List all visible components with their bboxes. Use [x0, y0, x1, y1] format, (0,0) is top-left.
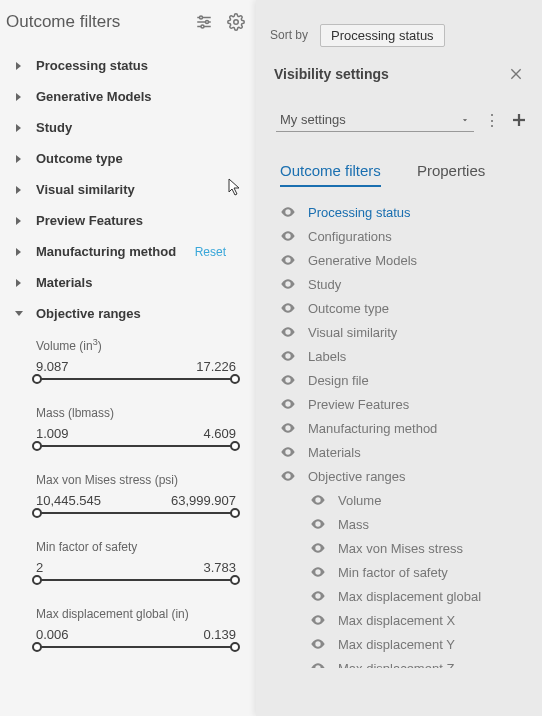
eye-icon[interactable]	[276, 420, 300, 436]
eye-icon[interactable]	[276, 300, 300, 316]
visibility-item[interactable]: Design file	[268, 368, 542, 392]
svg-point-26	[317, 571, 320, 574]
svg-point-28	[317, 619, 320, 622]
range-block: Min factor of safety23.783	[6, 532, 256, 581]
visibility-item[interactable]: Generative Models	[268, 248, 542, 272]
visibility-item[interactable]: Mass	[268, 512, 542, 536]
chevron-right-icon	[12, 185, 26, 195]
eye-icon[interactable]	[306, 516, 330, 532]
eye-icon[interactable]	[276, 372, 300, 388]
visibility-item[interactable]: Visual similarity	[268, 320, 542, 344]
eye-icon[interactable]	[306, 588, 330, 604]
filter-item-label: Preview Features	[36, 213, 143, 228]
visibility-item[interactable]: Max displacement X	[268, 608, 542, 632]
visibility-item-label: Max von Mises stress	[338, 541, 463, 556]
visibility-item[interactable]: Materials	[268, 440, 542, 464]
range-values: 23.783	[36, 560, 236, 579]
sliders-icon[interactable]	[194, 12, 214, 32]
sort-by-label: Sort by	[270, 28, 308, 42]
range-slider[interactable]	[36, 445, 236, 447]
filter-item[interactable]: Generative Models	[6, 81, 256, 112]
svg-point-22	[287, 475, 290, 478]
svg-point-12	[287, 235, 290, 238]
eye-icon[interactable]	[276, 348, 300, 364]
range-slider[interactable]	[36, 579, 236, 581]
range-min: 1.009	[36, 426, 69, 441]
range-slider[interactable]	[36, 378, 236, 380]
range-slider[interactable]	[36, 512, 236, 514]
filter-item[interactable]: Processing status	[6, 50, 256, 81]
visibility-header: Visibility settings	[256, 56, 542, 92]
svg-point-6	[234, 20, 239, 25]
visibility-item[interactable]: Max displacement Y	[268, 632, 542, 656]
visibility-item-label: Volume	[338, 493, 381, 508]
gear-icon[interactable]	[226, 12, 246, 32]
visibility-list[interactable]: Processing statusConfigurationsGenerativ…	[256, 188, 542, 668]
tabs: Outcome filters Properties	[256, 142, 542, 188]
visibility-item[interactable]: Processing status	[268, 200, 542, 224]
visibility-item[interactable]: Objective ranges	[268, 464, 542, 488]
sort-by-select[interactable]: Processing status	[320, 24, 445, 47]
panel-title: Outcome filters	[6, 12, 120, 32]
eye-icon[interactable]	[306, 540, 330, 556]
settings-dropdown[interactable]: My settings	[276, 108, 474, 132]
svg-point-27	[317, 595, 320, 598]
visibility-item[interactable]: Min factor of safety	[268, 560, 542, 584]
range-label: Max von Mises stress (psi)	[36, 473, 236, 487]
eye-icon[interactable]	[306, 492, 330, 508]
visibility-item-label: Study	[308, 277, 341, 292]
eye-icon[interactable]	[276, 444, 300, 460]
more-options-icon[interactable]: ⋮	[484, 111, 500, 130]
visibility-item[interactable]: Max displacement global	[268, 584, 542, 608]
filter-item[interactable]: Objective ranges	[6, 298, 256, 329]
range-min: 0.006	[36, 627, 69, 642]
filter-item[interactable]: Visual similarity	[6, 174, 256, 205]
visibility-item[interactable]: Configurations	[268, 224, 542, 248]
visibility-item[interactable]: Outcome type	[268, 296, 542, 320]
close-icon[interactable]	[508, 66, 524, 82]
eye-icon[interactable]	[306, 636, 330, 652]
visibility-item-label: Materials	[308, 445, 361, 460]
eye-icon[interactable]	[276, 396, 300, 412]
visibility-item[interactable]: Manufacturing method	[268, 416, 542, 440]
add-icon[interactable]	[510, 111, 528, 129]
visibility-item[interactable]: Max von Mises stress	[268, 536, 542, 560]
filter-item[interactable]: Preview Features	[6, 205, 256, 236]
chevron-down-icon	[460, 115, 470, 125]
filter-item[interactable]: Materials	[6, 267, 256, 298]
eye-icon[interactable]	[276, 252, 300, 268]
visibility-item-label: Max displacement X	[338, 613, 455, 628]
tab-outcome-filters[interactable]: Outcome filters	[280, 162, 381, 187]
range-values: 10,445.54563,999.907	[36, 493, 236, 512]
visibility-item[interactable]: Preview Features	[268, 392, 542, 416]
filter-item-label: Objective ranges	[36, 306, 141, 321]
svg-point-3	[200, 16, 203, 19]
visibility-item-label: Objective ranges	[308, 469, 406, 484]
svg-point-20	[287, 427, 290, 430]
eye-icon[interactable]	[276, 468, 300, 484]
eye-icon[interactable]	[306, 660, 330, 668]
eye-icon[interactable]	[306, 564, 330, 580]
visibility-item-label: Mass	[338, 517, 369, 532]
visibility-item[interactable]: Study	[268, 272, 542, 296]
svg-point-19	[287, 403, 290, 406]
visibility-item[interactable]: Max displacement Z	[268, 656, 542, 668]
tab-properties[interactable]: Properties	[417, 162, 485, 187]
eye-icon[interactable]	[276, 324, 300, 340]
eye-icon[interactable]	[276, 276, 300, 292]
visibility-item[interactable]: Volume	[268, 488, 542, 512]
range-label: Max displacement global (in)	[36, 607, 236, 621]
filter-item[interactable]: Manufacturing methodReset	[6, 236, 256, 267]
eye-icon[interactable]	[276, 228, 300, 244]
range-min: 10,445.545	[36, 493, 101, 508]
eye-icon[interactable]	[276, 204, 300, 220]
range-slider[interactable]	[36, 646, 236, 648]
chevron-right-icon	[12, 123, 26, 133]
range-min: 2	[36, 560, 43, 575]
eye-icon[interactable]	[306, 612, 330, 628]
reset-link[interactable]: Reset	[195, 245, 226, 259]
filter-item[interactable]: Study	[6, 112, 256, 143]
range-label: Mass (lbmass)	[36, 406, 236, 420]
filter-item[interactable]: Outcome type	[6, 143, 256, 174]
visibility-item[interactable]: Labels	[268, 344, 542, 368]
